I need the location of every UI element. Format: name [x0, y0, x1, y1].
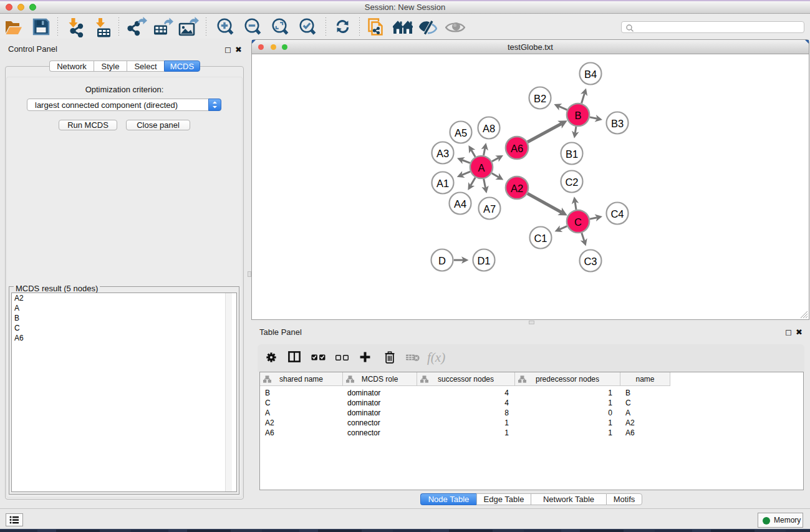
svg-text:D1: D1 — [477, 255, 490, 266]
svg-text:C: C — [574, 216, 582, 228]
svg-text:A6: A6 — [511, 143, 523, 154]
svg-text:A3: A3 — [436, 148, 449, 159]
svg-text:B3: B3 — [611, 118, 624, 129]
svg-text:A7: A7 — [483, 203, 496, 215]
svg-text:B4: B4 — [584, 69, 597, 80]
svg-text:C2: C2 — [565, 177, 578, 188]
svg-text:B2: B2 — [534, 93, 546, 104]
svg-text:A4: A4 — [454, 198, 466, 210]
svg-text:C3: C3 — [584, 256, 597, 267]
svg-text:C1: C1 — [534, 233, 547, 244]
svg-text:A1: A1 — [436, 178, 449, 189]
svg-text:B: B — [574, 110, 581, 121]
svg-text:A5: A5 — [455, 127, 467, 138]
svg-text:A2: A2 — [511, 183, 523, 194]
svg-text:A8: A8 — [483, 123, 495, 134]
svg-text:D: D — [438, 255, 446, 266]
svg-text:B1: B1 — [566, 148, 578, 160]
svg-text:C4: C4 — [610, 208, 624, 220]
svg-text:A: A — [478, 162, 485, 173]
